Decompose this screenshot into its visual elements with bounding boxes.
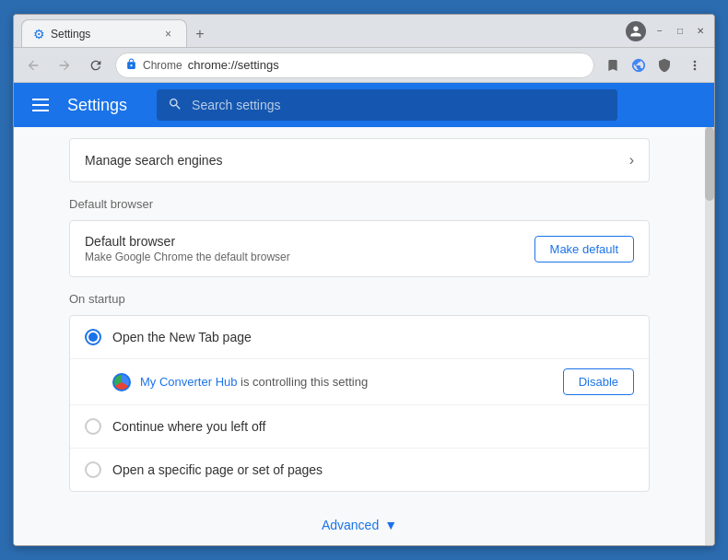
main-content: Manage search engines › Default browser …: [14, 127, 705, 545]
url-bar[interactable]: Chrome chrome://settings: [115, 52, 594, 78]
search-icon: [168, 97, 182, 114]
startup-specific-row[interactable]: Open a specific page or set of pages: [70, 449, 649, 491]
make-default-button[interactable]: Make default: [534, 236, 634, 262]
startup-new-tab-row[interactable]: Open the New Tab page: [70, 316, 649, 359]
startup-specific-label: Open a specific page or set of pages: [112, 462, 323, 477]
extension-link[interactable]: My Converter Hub: [140, 375, 237, 389]
new-tab-button[interactable]: +: [187, 21, 213, 47]
hamburger-menu[interactable]: [29, 95, 53, 115]
on-startup-section: On startup Open the New Tab page: [14, 285, 705, 499]
disable-extension-button[interactable]: Disable: [563, 368, 634, 395]
search-bar[interactable]: [157, 89, 617, 121]
startup-specific-radio[interactable]: [85, 461, 101, 478]
startup-continue-radio[interactable]: [85, 418, 101, 435]
extension-icon-inner: [114, 375, 129, 390]
extension-text: My Converter Hub is controlling this set…: [140, 375, 554, 389]
scrollbar-thumb[interactable]: [705, 127, 714, 201]
url-actions: [602, 54, 675, 76]
advanced-label: Advanced: [322, 518, 379, 532]
settings-header: Settings: [14, 83, 714, 127]
profile-icon[interactable]: [626, 21, 646, 41]
scrollbar-track[interactable]: [705, 127, 714, 545]
settings-tab[interactable]: ⚙ Settings ×: [21, 19, 187, 47]
forward-button[interactable]: [53, 53, 76, 77]
startup-new-tab-radio[interactable]: [85, 329, 101, 345]
extension-suffix: is controlling this setting: [237, 375, 368, 389]
default-browser-text: Default browser Make Google Chrome the d…: [85, 234, 290, 263]
url-text: chrome://settings: [188, 58, 279, 72]
window-controls: − □ ✕: [653, 25, 707, 38]
shield-button[interactable]: [653, 54, 675, 76]
profile-area: [626, 21, 646, 41]
default-browser-section: Default browser Default browser Make Goo…: [14, 190, 705, 285]
default-browser-section-label: Default browser: [69, 197, 650, 211]
settings-tab-icon: ⚙: [33, 27, 45, 41]
default-browser-card: Default browser Make Google Chrome the d…: [69, 220, 650, 277]
title-bar: ⚙ Settings × + − □ ✕: [14, 15, 714, 48]
content-area: Manage search engines › Default browser …: [14, 127, 714, 545]
reload-button[interactable]: [84, 53, 108, 77]
chrome-label: Chrome: [143, 59, 182, 72]
chevron-right-icon: ›: [629, 152, 634, 169]
startup-new-tab-label: Open the New Tab page: [112, 330, 252, 344]
settings-title: Settings: [67, 96, 127, 115]
manage-search-engines-row[interactable]: Manage search engines ›: [69, 138, 650, 182]
lock-icon: [125, 58, 137, 73]
manage-search-label: Manage search engines: [85, 153, 222, 168]
bookmark-button[interactable]: [602, 54, 624, 76]
extension-icon: [112, 373, 131, 391]
extension-row: My Converter Hub is controlling this set…: [70, 359, 649, 405]
browser-window: ⚙ Settings × + − □ ✕: [13, 14, 715, 546]
ntp-icon[interactable]: [628, 54, 650, 76]
advanced-row[interactable]: Advanced ▼: [14, 499, 705, 545]
default-browser-title: Default browser: [85, 234, 290, 249]
startup-continue-label: Continue where you left off: [112, 419, 265, 434]
tab-area: ⚙ Settings × +: [21, 15, 626, 47]
startup-continue-row[interactable]: Continue where you left off: [70, 405, 649, 449]
tab-close-button[interactable]: ×: [161, 26, 175, 42]
back-button[interactable]: [21, 53, 45, 77]
close-button[interactable]: ✕: [694, 25, 707, 38]
address-bar: Chrome chrome://settings: [14, 48, 714, 83]
on-startup-section-label: On startup: [69, 292, 650, 306]
startup-card: Open the New Tab page My Converter Hub i…: [69, 315, 650, 492]
menu-button[interactable]: [683, 53, 707, 77]
default-browser-subtitle: Make Google Chrome the default browser: [85, 251, 290, 263]
chevron-down-icon: ▼: [384, 518, 397, 532]
default-browser-row: Default browser Make Google Chrome the d…: [70, 221, 649, 276]
minimize-button[interactable]: −: [653, 25, 666, 38]
search-input[interactable]: [192, 98, 606, 112]
search-engines-section: Manage search engines ›: [14, 127, 705, 190]
maximize-button[interactable]: □: [674, 25, 687, 38]
tab-title: Settings: [51, 28, 90, 41]
